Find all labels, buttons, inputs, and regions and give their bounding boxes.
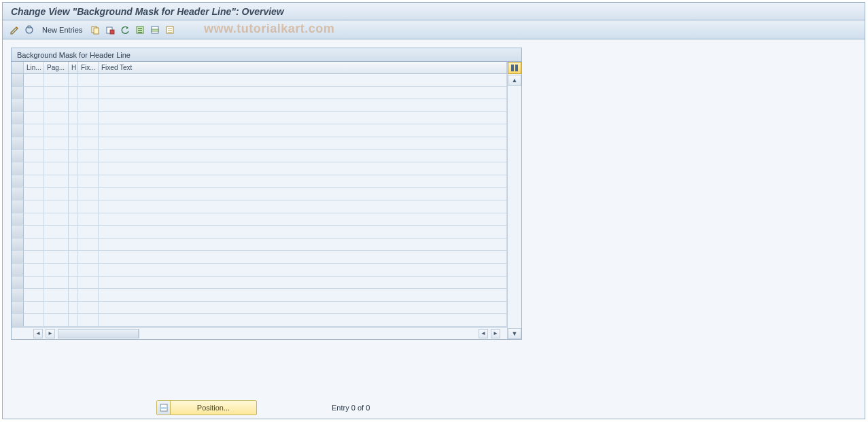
cell[interactable] <box>99 314 507 326</box>
copy-icon[interactable] <box>89 24 101 36</box>
column-selector[interactable] <box>12 62 24 73</box>
cell[interactable] <box>69 112 78 124</box>
cell[interactable] <box>69 251 78 263</box>
cell[interactable] <box>78 124 99 137</box>
hscroll-right-button[interactable]: ► <box>46 329 55 338</box>
row-selector[interactable] <box>12 175 24 188</box>
cell[interactable] <box>78 137 99 150</box>
column-fix[interactable]: Fix... <box>78 62 99 73</box>
row-selector[interactable] <box>12 162 24 175</box>
row-selector[interactable] <box>12 251 24 263</box>
table-row[interactable] <box>12 213 507 226</box>
cell[interactable] <box>44 226 69 238</box>
cell[interactable] <box>99 137 507 150</box>
cell[interactable] <box>99 264 507 276</box>
cell[interactable] <box>24 188 44 200</box>
table-row[interactable] <box>12 200 507 213</box>
cell[interactable] <box>69 162 78 175</box>
cell[interactable] <box>99 124 507 137</box>
cell[interactable] <box>78 112 99 124</box>
row-selector[interactable] <box>12 289 24 301</box>
cell[interactable] <box>24 162 44 175</box>
cell[interactable] <box>44 277 69 289</box>
cell[interactable] <box>99 112 507 124</box>
cell[interactable] <box>44 188 69 200</box>
table-row[interactable] <box>12 239 507 251</box>
cell[interactable] <box>99 239 507 251</box>
select-block-icon[interactable] <box>149 24 161 36</box>
cell[interactable] <box>24 302 44 314</box>
cell[interactable] <box>44 239 69 251</box>
vscroll-up-button[interactable]: ▲ <box>508 75 521 86</box>
table-row[interactable] <box>12 137 507 150</box>
cell[interactable] <box>99 213 507 226</box>
row-selector[interactable] <box>12 188 24 200</box>
cell[interactable] <box>78 314 99 326</box>
cell[interactable] <box>24 277 44 289</box>
row-selector[interactable] <box>12 213 24 226</box>
cell[interactable] <box>99 87 507 99</box>
cell[interactable] <box>78 302 99 314</box>
cell[interactable] <box>44 251 69 263</box>
row-selector[interactable] <box>12 150 24 162</box>
cell[interactable] <box>69 302 78 314</box>
cell[interactable] <box>24 150 44 162</box>
row-selector[interactable] <box>12 277 24 289</box>
cell[interactable] <box>24 213 44 226</box>
cell[interactable] <box>78 74 99 86</box>
column-fixed-text[interactable]: Fixed Text <box>99 62 507 73</box>
row-selector[interactable] <box>12 264 24 276</box>
cell[interactable] <box>24 74 44 86</box>
cell[interactable] <box>44 112 69 124</box>
cell[interactable] <box>24 289 44 301</box>
cell[interactable] <box>69 314 78 326</box>
cell[interactable] <box>44 74 69 86</box>
table-row[interactable] <box>12 188 507 200</box>
cell[interactable] <box>24 137 44 150</box>
table-row[interactable] <box>12 289 507 302</box>
cell[interactable] <box>24 112 44 124</box>
cell[interactable] <box>69 175 78 188</box>
cell[interactable] <box>44 150 69 162</box>
cell[interactable] <box>99 150 507 162</box>
vscroll-track[interactable] <box>508 86 521 328</box>
undo-icon[interactable] <box>119 24 131 36</box>
cell[interactable] <box>44 99 69 111</box>
cell[interactable] <box>69 213 78 226</box>
table-row[interactable] <box>12 302 507 315</box>
cell[interactable] <box>69 74 78 86</box>
position-button[interactable]: Position... <box>156 400 257 415</box>
cell[interactable] <box>69 239 78 251</box>
cell[interactable] <box>99 175 507 188</box>
configure-columns-button[interactable] <box>508 62 521 74</box>
table-row[interactable] <box>12 99 507 112</box>
select-all-icon[interactable] <box>134 24 146 36</box>
row-selector[interactable] <box>12 239 24 251</box>
table-row[interactable] <box>12 251 507 264</box>
cell[interactable] <box>99 74 507 86</box>
hscroll-track[interactable] <box>58 329 139 338</box>
row-selector[interactable] <box>12 314 24 326</box>
cell[interactable] <box>78 239 99 251</box>
cell[interactable] <box>78 150 99 162</box>
row-selector[interactable] <box>12 302 24 314</box>
cell[interactable] <box>69 99 78 111</box>
cell[interactable] <box>99 226 507 238</box>
cell[interactable] <box>78 251 99 263</box>
table-row[interactable] <box>12 87 507 100</box>
cell[interactable] <box>44 175 69 188</box>
column-pag[interactable]: Pag... <box>44 62 69 73</box>
cell[interactable] <box>78 264 99 276</box>
row-selector[interactable] <box>12 200 24 213</box>
cell[interactable] <box>24 251 44 263</box>
cell[interactable] <box>24 99 44 111</box>
cell[interactable] <box>78 200 99 213</box>
cell[interactable] <box>24 239 44 251</box>
row-selector[interactable] <box>12 74 24 86</box>
new-entries-button[interactable]: New Entries <box>38 24 86 35</box>
cell[interactable] <box>78 87 99 99</box>
row-selector[interactable] <box>12 99 24 111</box>
cell[interactable] <box>24 226 44 238</box>
hscroll-left-end-button[interactable]: ◄ <box>479 329 488 338</box>
table-row[interactable] <box>12 314 507 327</box>
